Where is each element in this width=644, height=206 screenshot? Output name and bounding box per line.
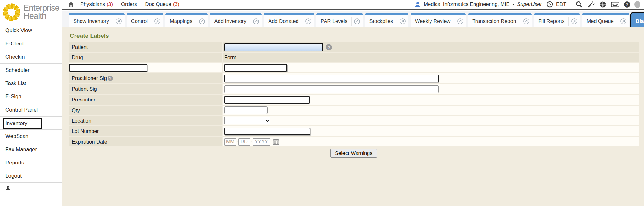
user-role: SuperUser [517,1,542,7]
magic-wand-icon[interactable] [587,1,595,8]
location-select[interactable] [224,117,270,124]
form-actions: Select Warnings [69,149,639,158]
create-labels-panel: Create Labels Patient ? Drug Form [68,32,639,203]
sidebar-item-logout[interactable]: Logout [0,169,62,183]
popout-icon[interactable] [520,18,532,25]
sidebar-item-e-sign[interactable]: E-Sign [0,90,62,103]
topbar: Physicians (3) Orders Doc Queue (3) Medi… [62,0,644,10]
tab-stockpiles[interactable]: Stockpiles [365,13,408,27]
sidebar-item-e-chart[interactable]: E-Chart [0,37,62,50]
lot-number-row: Lot Number [69,126,639,136]
org-name: Medical Informatics Engineering, MIE [424,1,509,7]
sidebar-item-control-panel[interactable]: Control Panel [0,103,62,117]
select-warnings-button[interactable]: Select Warnings [330,149,377,158]
page: Enterprise Health Quick View E-Chart Che… [0,0,644,206]
practitioner-sig-help-icon[interactable]: ? [108,76,113,81]
tab-add-inventory[interactable]: Add Inventory [210,13,262,27]
main-content: Create Labels Patient ? Drug Form [62,27,644,206]
tab-control[interactable]: Control [127,13,163,27]
popout-icon[interactable] [618,18,629,25]
practitioner-sig-row: Practitioner Sig ? [69,73,639,83]
date-dash: - [236,139,238,145]
drug-form-header-row: Drug Form [69,53,639,62]
patient-label: Patient [69,42,222,52]
patient-help-icon[interactable]: ? [326,44,332,50]
home-icon[interactable] [68,1,75,8]
expiration-date-label: Expiration Date [69,137,222,146]
topbar-link-physicians[interactable]: Physicians (3) [80,1,113,7]
page-title: Create Labels [70,32,112,39]
pushpin-icon [5,186,10,192]
form-label: Form [223,53,639,62]
popout-icon[interactable] [196,18,208,25]
drug-form-input-row [69,63,639,72]
tab-par-levels[interactable]: PAR Levels [316,13,363,27]
tab-show-inventory[interactable]: Show Inventory [69,13,125,27]
tab-weekly-review[interactable]: Weekly Review [411,13,466,27]
sidebar-item-reports[interactable]: Reports [0,156,62,169]
patient-sig-input[interactable] [224,85,439,93]
brand-logo[interactable]: Enterprise Health [0,0,62,24]
prescriber-row: Prescriber [69,95,639,105]
drug-label: Drug [69,53,222,62]
sidebar-item-quick-view[interactable]: Quick View [0,24,62,37]
form-input[interactable] [224,64,287,72]
lot-number-input[interactable] [224,128,310,135]
sidebar-item-inventory[interactable]: Inventory [0,117,62,130]
popout-icon[interactable] [113,18,125,25]
exp-mm-input[interactable] [224,138,236,146]
popout-icon[interactable] [454,18,466,25]
location-row: Location [69,116,639,125]
exp-yyyy-input[interactable] [253,138,270,146]
sunflower-logo-icon [3,3,21,21]
prescriber-label: Prescriber [69,95,222,105]
practitioner-sig-label: Practitioner Sig [72,75,107,81]
clock-icon[interactable] [547,1,553,8]
location-label: Location [69,116,222,125]
sidebar-nav: Quick View E-Chart Checkin Scheduler Tas… [0,24,62,195]
patient-sig-row: Patient Sig [69,84,639,94]
help-icon[interactable]: ? [624,1,630,8]
timezone-label: EDT [556,1,566,7]
popout-icon[interactable] [303,18,314,25]
topbar-link-orders[interactable]: Orders [121,1,137,7]
sidebar: Enterprise Health Quick View E-Chart Che… [0,0,62,206]
patient-row: Patient ? [69,42,639,52]
prescriber-input[interactable] [224,96,310,104]
sidebar-item-webscan[interactable]: WebScan [0,130,62,143]
create-labels-form: Patient ? Drug Form [69,42,639,158]
tab-blank-labels[interactable]: Blank Labels [631,13,644,27]
tab-mappings[interactable]: Mappings [165,13,208,27]
sidebar-item-fax-manager[interactable]: Fax Manager [0,143,62,156]
drug-input[interactable] [69,64,147,72]
sidebar-pin-toggle[interactable] [0,183,62,195]
globe-icon[interactable] [599,1,606,8]
keyboard-icon[interactable] [611,2,619,7]
popout-icon[interactable] [352,18,363,25]
tab-add-donated[interactable]: Add Donated [264,13,314,27]
patient-input[interactable] [224,43,323,51]
sidebar-item-task-list[interactable]: Task List [0,77,62,90]
popout-icon[interactable] [250,18,262,25]
topbar-link-doc-queue[interactable]: Doc Queue (3) [145,1,179,7]
qty-input[interactable] [224,106,268,114]
sidebar-item-checkin[interactable]: Checkin [0,50,62,64]
qty-label: Qty [69,106,222,115]
calendar-icon[interactable] [273,138,279,145]
tab-transaction-report[interactable]: Transaction Report [468,13,532,27]
sidebar-item-scheduler[interactable]: Scheduler [0,64,62,77]
tab-med-queue[interactable]: Med Queue [582,13,629,27]
exp-dd-input[interactable] [238,138,250,146]
qty-row: Qty [69,106,639,115]
popout-icon[interactable] [397,18,408,25]
popout-icon[interactable] [152,18,163,25]
popout-icon[interactable] [569,18,580,25]
date-dash: - [251,139,252,145]
doc-queue-count-badge: (3) [173,1,179,7]
tab-fill-reports[interactable]: Fill Reports [534,13,580,27]
avatar[interactable] [634,1,640,8]
search-icon[interactable] [575,1,583,8]
lot-number-label: Lot Number [69,126,222,136]
practitioner-sig-input[interactable] [224,75,439,82]
role-separator: - [513,1,514,7]
